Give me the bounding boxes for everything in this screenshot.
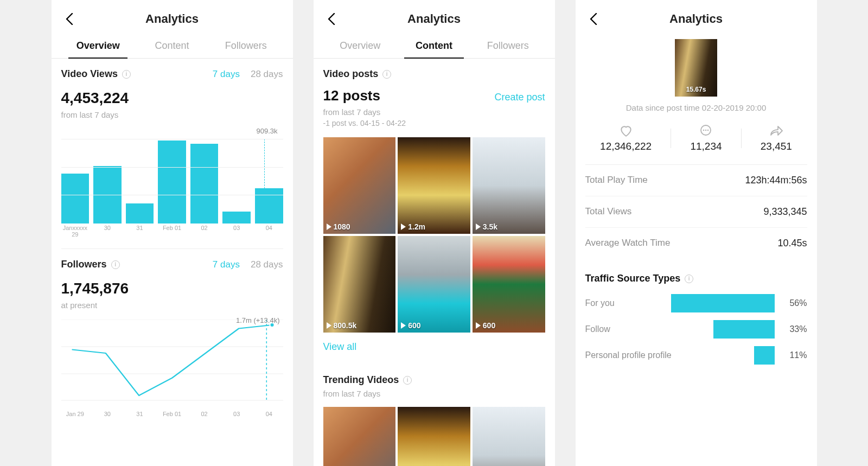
tab-followers[interactable]: Followers bbox=[471, 35, 545, 58]
stat-likes-value: 12,346,222 bbox=[600, 141, 652, 152]
info-icon[interactable]: i bbox=[685, 275, 693, 283]
info-icon[interactable]: i bbox=[122, 70, 131, 79]
section-title-text: Trending Videos bbox=[323, 374, 399, 386]
followers-chart: 1.7m (+13.4k) Jan 293031Feb 01020304 bbox=[61, 320, 283, 417]
row-total-play-time: Total Play Time 123h:44m:56s bbox=[585, 165, 807, 196]
thumbnail-views-overlay: 1.2m bbox=[401, 222, 425, 231]
tabs: Overview Content Followers bbox=[52, 35, 293, 59]
traffic-row: For you56% bbox=[585, 294, 807, 312]
video-thumbnail[interactable]: 600 bbox=[473, 236, 545, 333]
video-thumbnail[interactable]: 800.5k bbox=[323, 236, 396, 333]
line-chart-svg bbox=[61, 320, 283, 401]
svg-point-8 bbox=[705, 130, 707, 131]
video-thumbnail[interactable]: 600 bbox=[398, 236, 470, 333]
video-hero-thumbnail[interactable]: 15.67s bbox=[675, 39, 717, 97]
create-post-link[interactable]: Create post bbox=[494, 92, 545, 103]
chart-x-label: Feb 01 bbox=[158, 411, 186, 417]
row-label: Total Play Time bbox=[585, 175, 648, 186]
stat-comments-value: 11,234 bbox=[690, 141, 722, 152]
chart-x-label: Feb 01 bbox=[158, 225, 186, 238]
thumbnail-views-text: 600 bbox=[483, 321, 495, 330]
posts-thumbnail-grid: 10801.2m3.5k800.5k600600 bbox=[323, 137, 545, 333]
chart-x-label: 02 bbox=[190, 411, 219, 417]
play-icon bbox=[327, 224, 331, 230]
chart-bar bbox=[190, 144, 219, 224]
chart-bar bbox=[93, 166, 122, 224]
tab-content[interactable]: Content bbox=[135, 35, 209, 58]
video-views-value: 4,453,224 bbox=[61, 90, 283, 107]
row-total-views: Total Views 9,333,345 bbox=[585, 196, 807, 228]
comment-icon bbox=[699, 124, 713, 137]
tabs: Overview Content Followers bbox=[314, 35, 555, 59]
traffic-label: Personal profile profile bbox=[585, 350, 672, 360]
followers-value: 1,745,876 bbox=[61, 280, 283, 297]
trending-videos-section: Trending Videos i from last 7 days bbox=[314, 365, 555, 466]
chart-x-label: 03 bbox=[222, 225, 251, 238]
period-28days[interactable]: 28 days bbox=[251, 259, 283, 270]
video-thumbnail[interactable]: 1.2m bbox=[398, 137, 470, 234]
data-since-text: Data since post time 02-20-2019 20:00 bbox=[585, 103, 807, 112]
video-thumbnail[interactable] bbox=[398, 407, 470, 466]
section-header: Video Views i 7 days 28 days bbox=[61, 68, 283, 80]
section-title: Video Views i bbox=[61, 68, 131, 80]
thumbnail-views-overlay: 1080 bbox=[327, 222, 350, 231]
video-thumbnail[interactable]: 1080 bbox=[323, 137, 396, 234]
tab-content[interactable]: Content bbox=[397, 35, 471, 58]
traffic-bar bbox=[754, 346, 774, 365]
info-icon[interactable]: i bbox=[111, 260, 120, 269]
video-posts-section: Video posts i 12 posts Create post from … bbox=[314, 59, 555, 353]
stat-shares-value: 23,451 bbox=[761, 141, 792, 152]
video-thumbnail[interactable]: 3.5k bbox=[473, 137, 545, 234]
video-thumbnail[interactable] bbox=[323, 407, 396, 466]
video-views-chart: 909.3k Janxxxxx 293031Feb 01020304 bbox=[61, 129, 283, 238]
period-toggle: 7 days 28 days bbox=[213, 69, 283, 80]
row-value: 9,333,345 bbox=[763, 206, 807, 218]
chart-x-label: 31 bbox=[126, 225, 154, 238]
period-7days[interactable]: 7 days bbox=[213, 259, 240, 270]
thumbnail-views-text: 600 bbox=[408, 321, 420, 330]
play-icon bbox=[401, 224, 406, 230]
traffic-bar-track bbox=[672, 346, 775, 365]
view-all-link[interactable]: View all bbox=[323, 341, 357, 353]
svg-point-7 bbox=[703, 130, 705, 131]
top-bar: Analytics bbox=[52, 0, 293, 35]
thumbnail-views-text: 3.5k bbox=[483, 222, 497, 231]
stat-comments: 11,234 bbox=[690, 124, 722, 152]
period-7days[interactable]: 7 days bbox=[213, 69, 240, 80]
posts-count: 12 posts bbox=[323, 87, 381, 104]
page-title: Analytics bbox=[323, 12, 545, 26]
chart-x-label: 03 bbox=[222, 411, 251, 417]
chart-x-label: 04 bbox=[255, 411, 283, 417]
chart-x-labels: Janxxxxx 293031Feb 01020304 bbox=[61, 225, 283, 238]
info-icon[interactable]: i bbox=[382, 70, 391, 79]
tab-overview[interactable]: Overview bbox=[61, 35, 135, 58]
trending-subtitle: from last 7 days bbox=[323, 389, 545, 398]
thumbnail-views-overlay: 600 bbox=[476, 321, 495, 330]
top-bar: Analytics bbox=[576, 0, 817, 35]
tab-overview[interactable]: Overview bbox=[323, 35, 397, 58]
divider bbox=[741, 129, 742, 148]
chart-bar bbox=[126, 203, 154, 224]
play-icon bbox=[476, 322, 481, 329]
page-title: Analytics bbox=[585, 12, 807, 26]
chart-bar bbox=[61, 174, 90, 224]
info-icon[interactable]: i bbox=[403, 376, 412, 385]
thumbnail-views-text: 800.5k bbox=[334, 321, 357, 330]
chart-max-annotation: 909.3k bbox=[256, 127, 277, 135]
period-28days[interactable]: 28 days bbox=[251, 69, 283, 80]
thumbnail-views-overlay: 800.5k bbox=[327, 321, 357, 330]
chart-x-labels: Jan 293031Feb 01020304 bbox=[61, 411, 283, 417]
traffic-row: Follow33% bbox=[585, 320, 807, 339]
share-icon bbox=[769, 124, 784, 137]
play-icon bbox=[401, 322, 406, 329]
chart-bar bbox=[222, 212, 251, 224]
video-thumbnail[interactable] bbox=[473, 407, 545, 466]
chart-annotation: 1.7m (+13.4k) bbox=[236, 316, 280, 324]
posts-delta: -1 post vs. 04-15 - 04-22 bbox=[323, 119, 545, 127]
video-views-subtitle: from last 7 days bbox=[61, 110, 283, 119]
tab-followers[interactable]: Followers bbox=[209, 35, 283, 58]
traffic-percent: 11% bbox=[780, 350, 807, 360]
posts-subtitle: from last 7 days bbox=[323, 107, 545, 117]
traffic-bar-track bbox=[671, 294, 774, 312]
row-label: Total Views bbox=[585, 206, 632, 218]
